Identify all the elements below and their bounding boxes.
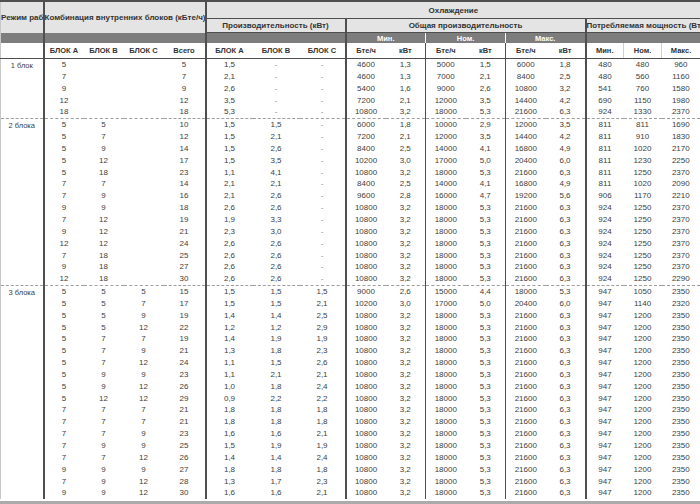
cell: 1,5 bbox=[206, 298, 253, 310]
cell: 21600 bbox=[506, 369, 546, 381]
cell: 1250 bbox=[624, 238, 662, 250]
table-row: 718252,62,6-108003,2180005,3216006,39241… bbox=[1, 250, 700, 262]
cell: - bbox=[300, 273, 346, 285]
table-row: 772,1--46001,370002,184002,54805601160 bbox=[1, 71, 700, 83]
cell: 21600 bbox=[506, 381, 546, 393]
cell: 1,2 bbox=[253, 322, 300, 334]
table-header: Режим работы Комбинация внутренних блоко… bbox=[1, 1, 700, 59]
cell: 10800 bbox=[346, 261, 386, 273]
cell: 16 bbox=[164, 190, 206, 202]
cell bbox=[124, 226, 164, 238]
cell: 1250 bbox=[624, 167, 662, 179]
cell: 18000 bbox=[426, 487, 466, 499]
cell: 2,2 bbox=[253, 393, 300, 405]
cell: 5,3 bbox=[466, 416, 506, 428]
cell: 7 bbox=[84, 428, 124, 440]
cell: 5 bbox=[44, 310, 84, 322]
cell: 5,3 bbox=[466, 393, 506, 405]
cell: 18000 bbox=[426, 416, 466, 428]
cell: 9 bbox=[44, 464, 84, 476]
cell: 811 bbox=[586, 119, 624, 131]
cell: 6,3 bbox=[546, 487, 586, 499]
table-row: 79162,12,6-96002,8160004,7192005,6906117… bbox=[1, 190, 700, 202]
cell: 18000 bbox=[426, 322, 466, 334]
cell: 5 bbox=[44, 167, 84, 179]
table-row: 712191,93,3-108003,2180005,3216006,39241… bbox=[1, 214, 700, 226]
cell: 18000 bbox=[426, 167, 466, 179]
cell: 5,3 bbox=[466, 250, 506, 262]
cell: 5,3 bbox=[466, 440, 506, 452]
cell: 2,9 bbox=[466, 119, 506, 131]
cell: 1,3 bbox=[206, 345, 253, 357]
cell: 10800 bbox=[346, 273, 386, 285]
cell: 20400 bbox=[506, 298, 546, 310]
cell: 18 bbox=[84, 167, 124, 179]
cell: - bbox=[253, 95, 300, 107]
cell: 2370 bbox=[662, 250, 700, 262]
cell: 10800 bbox=[346, 226, 386, 238]
cell: 5 bbox=[44, 119, 84, 131]
cell: 7 bbox=[44, 428, 84, 440]
cell: 1,6 bbox=[253, 487, 300, 499]
cell: 9 bbox=[84, 369, 124, 381]
cell: 2,3 bbox=[206, 226, 253, 238]
cell: 18000 bbox=[426, 106, 466, 118]
cell: 1,8 bbox=[253, 416, 300, 428]
cell: 7 bbox=[44, 190, 84, 202]
cell: 18000 bbox=[426, 261, 466, 273]
cell: 924 bbox=[586, 238, 624, 250]
cell: 947 bbox=[586, 416, 624, 428]
cell: 10800 bbox=[346, 393, 386, 405]
cell: 924 bbox=[586, 214, 624, 226]
table-row: 77142,12,1-84002,5140004,1168004,9811102… bbox=[1, 178, 700, 190]
cell: 2,6 bbox=[466, 83, 506, 95]
cell: 21600 bbox=[506, 322, 546, 334]
cell: 5,3 bbox=[466, 369, 506, 381]
cell: 6,3 bbox=[546, 416, 586, 428]
cell: 10800 bbox=[346, 416, 386, 428]
cell: 1,4 bbox=[253, 310, 300, 322]
cell: 19 bbox=[164, 214, 206, 226]
cell: 1,5 bbox=[466, 59, 506, 71]
cell: 3,0 bbox=[386, 298, 426, 310]
cell: 1,6 bbox=[386, 83, 426, 95]
cell: 2,6 bbox=[253, 143, 300, 155]
cell: 10800 bbox=[346, 369, 386, 381]
cell: 1,8 bbox=[386, 119, 426, 131]
cell: 9 bbox=[124, 345, 164, 357]
cell: 2350 bbox=[662, 487, 700, 499]
cell: 6,3 bbox=[546, 261, 586, 273]
cell: 6,3 bbox=[546, 381, 586, 393]
sub-header-power-nom: Ном. bbox=[624, 43, 662, 59]
cell: 2350 bbox=[662, 476, 700, 488]
cell: 1,0 bbox=[206, 381, 253, 393]
cell: 1250 bbox=[624, 214, 662, 226]
cell: 1,8 bbox=[546, 59, 586, 71]
cell: 2350 bbox=[662, 464, 700, 476]
cell: 1200 bbox=[624, 452, 662, 464]
cell: 2,5 bbox=[386, 178, 426, 190]
cell: 5 bbox=[44, 322, 84, 334]
cell: 6,3 bbox=[546, 357, 586, 369]
cell: 1580 bbox=[662, 83, 700, 95]
cell: 1,4 bbox=[206, 452, 253, 464]
cell: 21600 bbox=[506, 416, 546, 428]
cell: 1,5 bbox=[206, 440, 253, 452]
cell: 5400 bbox=[346, 83, 386, 95]
cell: 2350 bbox=[662, 428, 700, 440]
band-spacer bbox=[44, 33, 206, 44]
cell: 27 bbox=[164, 464, 206, 476]
cell: 12 bbox=[124, 357, 164, 369]
cell: 1200 bbox=[624, 416, 662, 428]
cell: 18000 bbox=[426, 404, 466, 416]
cell: 12 bbox=[84, 238, 124, 250]
cell: 18000 bbox=[426, 333, 466, 345]
cell: 924 bbox=[586, 106, 624, 118]
cell: 10000 bbox=[426, 119, 466, 131]
cell: 18000 bbox=[426, 393, 466, 405]
cell bbox=[124, 59, 164, 71]
cell: 3,5 bbox=[546, 119, 586, 131]
cell: 3,2 bbox=[386, 452, 426, 464]
cell: 10800 bbox=[346, 452, 386, 464]
cell: 1170 bbox=[624, 190, 662, 202]
